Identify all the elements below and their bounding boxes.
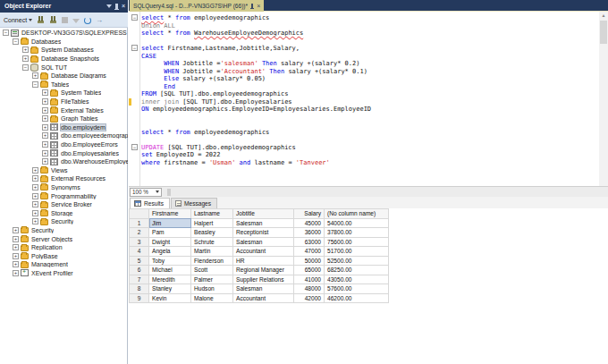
grid-cell[interactable]: Beasley bbox=[191, 228, 233, 238]
grid-cell[interactable]: 46200.00 bbox=[325, 293, 389, 303]
close-icon[interactable]: × bbox=[257, 0, 260, 12]
tree-item-service-broker[interactable]: +Service Broker bbox=[0, 200, 128, 209]
row-number-header[interactable] bbox=[130, 209, 149, 219]
grid-cell[interactable]: Kevin bbox=[149, 293, 191, 303]
tree-item-graph-tables[interactable]: +Graph Tables bbox=[0, 114, 128, 123]
grid-cell[interactable]: Schrute bbox=[191, 237, 233, 247]
plus-expander-icon[interactable]: + bbox=[42, 141, 48, 148]
minus-expander-icon[interactable]: − bbox=[13, 38, 19, 45]
stop-icon[interactable] bbox=[62, 17, 68, 23]
tree-item-dbo-employeedemographics[interactable]: +dbo.employeedemographics bbox=[0, 131, 128, 140]
code-line-7[interactable]: WHEN Jobtitle ='salesman' Then salary +(… bbox=[129, 60, 599, 68]
plus-expander-icon[interactable]: + bbox=[42, 107, 48, 114]
plus-expander-icon[interactable]: + bbox=[32, 218, 38, 224]
plus-expander-icon[interactable]: + bbox=[42, 98, 48, 105]
grid-cell[interactable]: 50000 bbox=[294, 256, 325, 266]
close-icon[interactable]: × bbox=[122, 0, 125, 13]
grid-cell[interactable]: 37800.00 bbox=[325, 228, 389, 238]
code-line-10[interactable]: End bbox=[129, 83, 599, 91]
plus-expander-icon[interactable]: + bbox=[22, 55, 29, 62]
scrollbar-thumb[interactable] bbox=[167, 189, 171, 196]
tree-item-dbo-employeeerrors[interactable]: +dbo.EmployeeErrors bbox=[0, 140, 128, 149]
object-explorer-header[interactable]: Object Explorer × bbox=[0, 0, 128, 13]
tree-item-desktop-vn3gg7s-sqlexpress-sql[interactable]: −DESKTOP-VN3GG7S\SQLEXPRESS (SQL bbox=[0, 29, 128, 38]
tree-item-sql-tut[interactable]: −SQL TUT bbox=[0, 63, 128, 72]
code-line-18[interactable]: −UPDATE [SQL TUT].dbo.employeedemographi… bbox=[129, 144, 599, 152]
plus-expander-icon[interactable]: + bbox=[13, 261, 19, 267]
tree-item-security[interactable]: +Security bbox=[0, 217, 128, 226]
grid-cell[interactable]: Accountant bbox=[233, 247, 294, 257]
editor-vertical-scrollbar[interactable]: ▲ bbox=[599, 12, 608, 186]
auto-scroll-icon[interactable]: → bbox=[96, 16, 103, 24]
grid-cell[interactable]: Palmer bbox=[191, 275, 233, 284]
grid-cell[interactable]: 41000 bbox=[294, 275, 325, 284]
column-header-jobtitle[interactable]: Jobtitle bbox=[233, 209, 294, 219]
tree-item-views[interactable]: +Views bbox=[0, 166, 128, 175]
row-number-cell[interactable]: 7 bbox=[130, 275, 149, 284]
grid-cell[interactable]: Hudson bbox=[191, 284, 233, 294]
minus-expander-icon[interactable]: − bbox=[32, 81, 38, 88]
grid-cell[interactable]: Regional Manager bbox=[233, 266, 294, 275]
grid-cell[interactable]: Martin bbox=[191, 247, 233, 257]
code-line-11[interactable]: FROM [SQL TUT].dbo.employeedemographics bbox=[129, 90, 599, 98]
grid-cell[interactable]: 48000 bbox=[294, 284, 325, 294]
grid-cell[interactable]: 65000 bbox=[294, 266, 325, 275]
code-line-3[interactable]: select * from WarehouseEmployeeDemograph… bbox=[129, 30, 599, 38]
tree-item-system-databases[interactable]: +System Databases bbox=[0, 46, 128, 55]
grid-cell[interactable]: Salesman bbox=[233, 284, 294, 294]
document-tab[interactable]: SQLQuery4.sql - D...P-VN3GG7S\HP (66))* … bbox=[130, 0, 264, 12]
chevron-down-icon[interactable] bbox=[106, 4, 112, 8]
grid-cell[interactable]: 54000.00 bbox=[325, 218, 389, 228]
plus-expander-icon[interactable]: + bbox=[42, 150, 48, 157]
row-number-cell[interactable]: 2 bbox=[130, 228, 149, 238]
tree-item-security[interactable]: +Security bbox=[0, 226, 128, 235]
scroll-up-icon[interactable]: ▲ bbox=[599, 12, 608, 20]
grid-cell[interactable]: Pam bbox=[149, 228, 191, 238]
tree-item-database-diagrams[interactable]: +Database Diagrams bbox=[0, 72, 128, 80]
grid-cell[interactable]: 63000 bbox=[294, 237, 325, 247]
code-line-15[interactable] bbox=[129, 121, 599, 129]
grid-cell[interactable]: Receptionist bbox=[233, 228, 294, 238]
fold-collapse-icon[interactable]: − bbox=[131, 14, 139, 22]
connect-button[interactable]: Connect bbox=[4, 17, 32, 23]
plus-expander-icon[interactable]: + bbox=[42, 89, 48, 96]
tree-item-server-objects[interactable]: +Server Objects bbox=[0, 234, 128, 243]
grid-cell[interactable]: 75600.00 bbox=[325, 237, 389, 247]
fold-collapse-icon[interactable]: − bbox=[131, 45, 139, 53]
row-number-cell[interactable]: 1 bbox=[130, 218, 149, 228]
tree-item-tables[interactable]: −Tables bbox=[0, 80, 128, 89]
grid-cell[interactable]: Toby bbox=[149, 256, 191, 266]
tree-item-database-snapshots[interactable]: +Database Snapshots bbox=[0, 55, 128, 63]
tree-item-external-tables[interactable]: +External Tables bbox=[0, 106, 128, 114]
grid-cell[interactable]: 51700.00 bbox=[325, 247, 389, 257]
column-header-salary[interactable]: Salary bbox=[294, 209, 325, 219]
code-line-20[interactable]: where firstname = 'Usman' and lastname =… bbox=[129, 159, 599, 167]
grid-cell[interactable]: Flenderson bbox=[191, 256, 233, 266]
minus-expander-icon[interactable]: − bbox=[3, 30, 9, 36]
tab-messages[interactable]: Messages bbox=[171, 198, 217, 208]
tree-item-replication[interactable]: +Replication bbox=[0, 243, 128, 252]
plus-expander-icon[interactable]: + bbox=[13, 227, 19, 233]
code-line-17[interactable] bbox=[129, 136, 599, 144]
grid-cell[interactable]: Michael bbox=[149, 266, 191, 275]
grid-cell[interactable]: 57600.00 bbox=[325, 284, 389, 294]
plus-expander-icon[interactable]: + bbox=[32, 175, 38, 182]
plus-expander-icon[interactable]: + bbox=[32, 184, 38, 190]
row-number-cell[interactable]: 9 bbox=[130, 293, 149, 303]
code-line-19[interactable]: set EmployeeID = 2022 bbox=[129, 151, 599, 159]
grid-cell[interactable]: Stanley bbox=[149, 284, 191, 294]
code-line-12[interactable]: inner join [SQL TUT].dbo.Employesalaries bbox=[129, 98, 599, 106]
row-number-cell[interactable]: 6 bbox=[130, 266, 149, 275]
column-header-firstname[interactable]: Firstname bbox=[149, 209, 191, 219]
plus-expander-icon[interactable]: + bbox=[22, 47, 29, 53]
grid-cell[interactable]: Accountant bbox=[233, 293, 294, 303]
minus-expander-icon[interactable]: − bbox=[22, 64, 29, 71]
tree-item-dbo-warehouseemployeedemographics[interactable]: +dbo.WarehouseEmployeeDemographics bbox=[0, 157, 128, 166]
grid-cell[interactable]: Malone bbox=[191, 293, 233, 303]
code-line-6[interactable]: CASE bbox=[129, 53, 599, 61]
sql-editor[interactable]: −select * from employeedemographicsUnion… bbox=[129, 12, 599, 186]
grid-cell[interactable]: 52500.00 bbox=[325, 256, 389, 266]
row-number-cell[interactable]: 4 bbox=[130, 247, 149, 257]
plus-expander-icon[interactable]: + bbox=[13, 253, 19, 259]
refresh-icon[interactable] bbox=[84, 17, 91, 24]
